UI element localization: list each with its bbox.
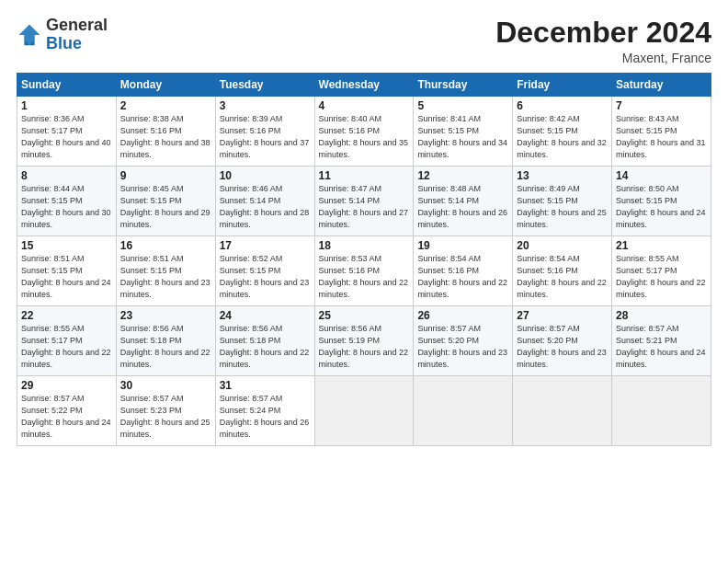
- table-row: 17 Sunrise: 8:52 AMSunset: 5:15 PMDaylig…: [215, 236, 314, 306]
- logo-icon: [17, 22, 42, 48]
- month-title: December 2024: [495, 17, 711, 49]
- day-info: Sunrise: 8:52 AMSunset: 5:15 PMDaylight:…: [220, 253, 311, 301]
- day-info: Sunrise: 8:41 AMSunset: 5:15 PMDaylight:…: [417, 113, 508, 161]
- table-row: 5 Sunrise: 8:41 AMSunset: 5:15 PMDayligh…: [414, 97, 513, 167]
- day-number: 7: [616, 99, 707, 112]
- table-row: 31 Sunrise: 8:57 AMSunset: 5:24 PMDaylig…: [215, 376, 314, 446]
- day-number: 16: [120, 239, 211, 252]
- table-row: [314, 376, 414, 446]
- table-row: 7 Sunrise: 8:43 AMSunset: 5:15 PMDayligh…: [612, 97, 711, 167]
- day-info: Sunrise: 8:54 AMSunset: 5:16 PMDaylight:…: [417, 253, 508, 301]
- day-number: 24: [220, 309, 311, 322]
- table-row: 24 Sunrise: 8:56 AMSunset: 5:18 PMDaylig…: [215, 306, 314, 376]
- table-row: 12 Sunrise: 8:48 AMSunset: 5:14 PMDaylig…: [414, 167, 513, 236]
- table-row: 28 Sunrise: 8:57 AMSunset: 5:21 PMDaylig…: [612, 306, 711, 376]
- table-row: 18 Sunrise: 8:53 AMSunset: 5:16 PMDaylig…: [314, 236, 414, 306]
- day-info: Sunrise: 8:57 AMSunset: 5:22 PMDaylight:…: [21, 393, 112, 441]
- table-row: 29 Sunrise: 8:57 AMSunset: 5:22 PMDaylig…: [17, 376, 117, 446]
- day-number: 1: [21, 99, 112, 112]
- day-info: Sunrise: 8:55 AMSunset: 5:17 PMDaylight:…: [616, 253, 707, 301]
- calendar-header-row: Sunday Monday Tuesday Wednesday Thursday…: [17, 74, 711, 97]
- day-number: 18: [319, 239, 410, 252]
- table-row: 19 Sunrise: 8:54 AMSunset: 5:16 PMDaylig…: [414, 236, 513, 306]
- day-info: Sunrise: 8:51 AMSunset: 5:15 PMDaylight:…: [21, 253, 112, 301]
- day-info: Sunrise: 8:49 AMSunset: 5:15 PMDaylight:…: [517, 183, 608, 231]
- day-number: 31: [220, 379, 311, 392]
- day-number: 28: [616, 309, 707, 322]
- day-info: Sunrise: 8:36 AMSunset: 5:17 PMDaylight:…: [21, 113, 112, 161]
- day-number: 13: [517, 169, 608, 182]
- day-info: Sunrise: 8:39 AMSunset: 5:16 PMDaylight:…: [220, 113, 311, 161]
- title-block: December 2024 Maxent, France: [495, 17, 711, 65]
- logo-general-text: General: [46, 16, 108, 34]
- col-sunday: Sunday: [17, 74, 117, 97]
- day-info: Sunrise: 8:47 AMSunset: 5:14 PMDaylight:…: [319, 183, 410, 231]
- day-info: Sunrise: 8:56 AMSunset: 5:19 PMDaylight:…: [319, 323, 410, 371]
- day-number: 2: [120, 99, 211, 112]
- day-number: 22: [21, 309, 112, 322]
- day-number: 26: [417, 309, 508, 322]
- table-row: 3 Sunrise: 8:39 AMSunset: 5:16 PMDayligh…: [215, 97, 314, 167]
- table-row: 22 Sunrise: 8:55 AMSunset: 5:17 PMDaylig…: [17, 306, 117, 376]
- day-info: Sunrise: 8:43 AMSunset: 5:15 PMDaylight:…: [616, 113, 707, 161]
- day-number: 12: [417, 169, 508, 182]
- header: General Blue December 2024 Maxent, Franc…: [17, 17, 711, 65]
- table-row: [513, 376, 612, 446]
- day-info: Sunrise: 8:51 AMSunset: 5:15 PMDaylight:…: [120, 253, 211, 301]
- day-number: 14: [616, 169, 707, 182]
- day-info: Sunrise: 8:55 AMSunset: 5:17 PMDaylight:…: [21, 323, 112, 371]
- day-info: Sunrise: 8:46 AMSunset: 5:14 PMDaylight:…: [220, 183, 311, 231]
- page: General Blue December 2024 Maxent, Franc…: [0, 0, 728, 563]
- day-info: Sunrise: 8:54 AMSunset: 5:16 PMDaylight:…: [517, 253, 608, 301]
- table-row: 20 Sunrise: 8:54 AMSunset: 5:16 PMDaylig…: [513, 236, 612, 306]
- day-number: 27: [517, 309, 608, 322]
- day-number: 5: [417, 99, 508, 112]
- day-info: Sunrise: 8:50 AMSunset: 5:15 PMDaylight:…: [616, 183, 707, 231]
- table-row: 1 Sunrise: 8:36 AMSunset: 5:17 PMDayligh…: [17, 97, 117, 167]
- day-number: 25: [319, 309, 410, 322]
- calendar: Sunday Monday Tuesday Wednesday Thursday…: [17, 73, 711, 446]
- day-number: 17: [220, 239, 311, 252]
- table-row: 27 Sunrise: 8:57 AMSunset: 5:20 PMDaylig…: [513, 306, 612, 376]
- day-number: 15: [21, 239, 112, 252]
- col-wednesday: Wednesday: [314, 74, 414, 97]
- day-info: Sunrise: 8:56 AMSunset: 5:18 PMDaylight:…: [220, 323, 311, 371]
- day-number: 6: [517, 99, 608, 112]
- table-row: 10 Sunrise: 8:46 AMSunset: 5:14 PMDaylig…: [215, 167, 314, 236]
- day-number: 4: [319, 99, 410, 112]
- table-row: 8 Sunrise: 8:44 AMSunset: 5:15 PMDayligh…: [17, 167, 117, 236]
- table-row: 6 Sunrise: 8:42 AMSunset: 5:15 PMDayligh…: [513, 97, 612, 167]
- day-number: 19: [417, 239, 508, 252]
- day-number: 30: [120, 379, 211, 392]
- table-row: 2 Sunrise: 8:38 AMSunset: 5:16 PMDayligh…: [116, 97, 215, 167]
- day-number: 20: [517, 239, 608, 252]
- day-number: 9: [120, 169, 211, 182]
- calendar-week-3: 15 Sunrise: 8:51 AMSunset: 5:15 PMDaylig…: [17, 236, 711, 306]
- table-row: 14 Sunrise: 8:50 AMSunset: 5:15 PMDaylig…: [612, 167, 711, 236]
- table-row: 26 Sunrise: 8:57 AMSunset: 5:20 PMDaylig…: [414, 306, 513, 376]
- day-info: Sunrise: 8:57 AMSunset: 5:23 PMDaylight:…: [120, 393, 211, 441]
- table-row: 15 Sunrise: 8:51 AMSunset: 5:15 PMDaylig…: [17, 236, 117, 306]
- day-info: Sunrise: 8:48 AMSunset: 5:14 PMDaylight:…: [417, 183, 508, 231]
- table-row: 23 Sunrise: 8:56 AMSunset: 5:18 PMDaylig…: [116, 306, 215, 376]
- logo: General Blue: [17, 17, 108, 53]
- day-number: 29: [21, 379, 112, 392]
- table-row: 4 Sunrise: 8:40 AMSunset: 5:16 PMDayligh…: [314, 97, 414, 167]
- col-saturday: Saturday: [612, 74, 711, 97]
- day-number: 11: [319, 169, 410, 182]
- day-number: 21: [616, 239, 707, 252]
- table-row: 30 Sunrise: 8:57 AMSunset: 5:23 PMDaylig…: [116, 376, 215, 446]
- table-row: 21 Sunrise: 8:55 AMSunset: 5:17 PMDaylig…: [612, 236, 711, 306]
- calendar-week-2: 8 Sunrise: 8:44 AMSunset: 5:15 PMDayligh…: [17, 167, 711, 236]
- day-info: Sunrise: 8:40 AMSunset: 5:16 PMDaylight:…: [319, 113, 410, 161]
- col-tuesday: Tuesday: [215, 74, 314, 97]
- day-number: 10: [220, 169, 311, 182]
- day-info: Sunrise: 8:44 AMSunset: 5:15 PMDaylight:…: [21, 183, 112, 231]
- table-row: 11 Sunrise: 8:47 AMSunset: 5:14 PMDaylig…: [314, 167, 414, 236]
- table-row: [414, 376, 513, 446]
- day-number: 8: [21, 169, 112, 182]
- day-info: Sunrise: 8:57 AMSunset: 5:24 PMDaylight:…: [220, 393, 311, 441]
- day-info: Sunrise: 8:57 AMSunset: 5:20 PMDaylight:…: [417, 323, 508, 371]
- day-number: 23: [120, 309, 211, 322]
- day-number: 3: [220, 99, 311, 112]
